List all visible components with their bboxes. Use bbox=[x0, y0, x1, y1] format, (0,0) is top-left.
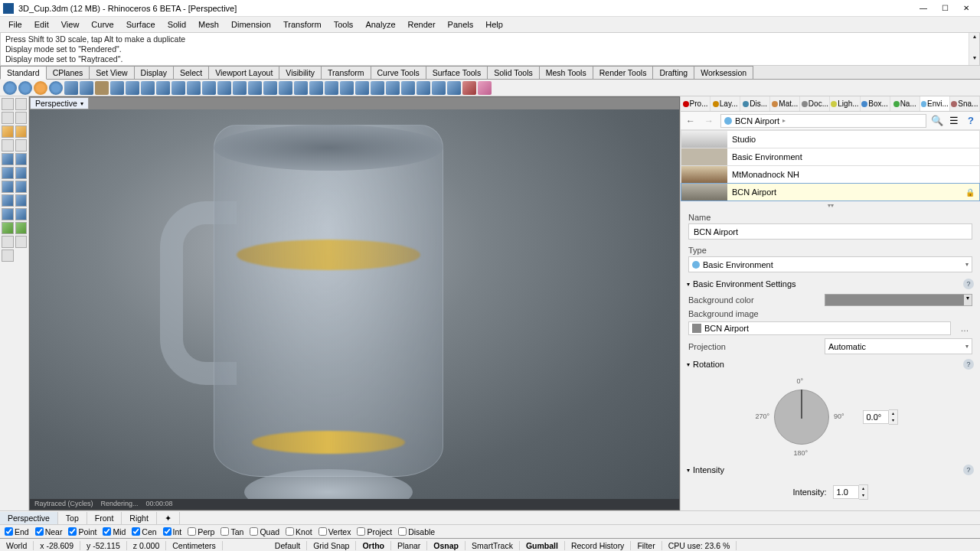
tool-icon[interactable] bbox=[15, 167, 28, 179]
vptab-perspective[interactable]: Perspective bbox=[0, 512, 58, 524]
tool-icon[interactable] bbox=[202, 81, 216, 95]
menu-file[interactable]: File bbox=[3, 18, 28, 31]
environment-item-bcnairport[interactable]: BCN Airport 🔒 bbox=[681, 183, 980, 201]
help-icon[interactable]: ? bbox=[965, 115, 977, 127]
tool-icon[interactable] bbox=[325, 81, 338, 95]
tab-viewportlayout[interactable]: Viewport Layout bbox=[208, 66, 279, 79]
tool-icon[interactable] bbox=[478, 81, 492, 95]
status-cplane[interactable]: World bbox=[0, 541, 34, 550]
maximize-button[interactable]: ☐ bbox=[934, 2, 956, 15]
command-history[interactable]: Press Shift to 3D scale, tap Alt to make… bbox=[0, 32, 980, 66]
tab-drafting[interactable]: Drafting bbox=[652, 66, 694, 79]
tool-icon[interactable] bbox=[15, 112, 28, 124]
tool-icon[interactable] bbox=[15, 126, 28, 138]
bgimage-select[interactable]: BCN Airport bbox=[688, 321, 951, 335]
help-icon[interactable]: ? bbox=[963, 359, 974, 370]
tab-standard[interactable]: Standard bbox=[0, 66, 47, 80]
intensity-spinner[interactable]: ▴▾ bbox=[833, 484, 868, 500]
status-units[interactable]: Centimeters bbox=[166, 541, 223, 550]
menu-dimension[interactable]: Dimension bbox=[226, 18, 276, 31]
menu-render[interactable]: Render bbox=[403, 18, 441, 31]
viewport-label[interactable]: Perspective ▾ bbox=[30, 97, 89, 109]
tab-transform[interactable]: Transform bbox=[321, 66, 371, 79]
panel-tab-materials[interactable]: Mat... bbox=[770, 96, 800, 111]
rotation-spinner[interactable]: ▴▾ bbox=[863, 409, 898, 425]
menu-mesh[interactable]: Mesh bbox=[193, 18, 224, 31]
section-basic-env-settings[interactable]: ▾ Basic Environment Settings ? bbox=[681, 276, 980, 292]
tool-icon[interactable] bbox=[2, 208, 14, 220]
tab-surfacetools[interactable]: Surface Tools bbox=[426, 66, 488, 79]
toggle-filter[interactable]: Filter bbox=[631, 541, 662, 550]
tool-icon[interactable] bbox=[447, 81, 461, 95]
tool-icon[interactable] bbox=[386, 81, 400, 95]
expand-handle[interactable]: ▾▾ bbox=[681, 201, 980, 210]
menu-surface[interactable]: Surface bbox=[121, 18, 161, 31]
tool-icon[interactable] bbox=[187, 81, 201, 95]
type-select[interactable]: Basic Environment ▾ bbox=[688, 256, 972, 272]
tool-icon[interactable] bbox=[279, 81, 292, 95]
tab-display[interactable]: Display bbox=[134, 66, 174, 79]
toggle-smarttrack[interactable]: SmartTrack bbox=[466, 541, 520, 550]
help-icon[interactable]: ? bbox=[963, 465, 974, 475]
tool-icon[interactable] bbox=[15, 194, 28, 207]
panel-tab-boxedit[interactable]: Box... bbox=[861, 96, 890, 111]
tab-worksession[interactable]: Worksession bbox=[694, 66, 753, 79]
osnap-near[interactable]: Near bbox=[35, 527, 63, 536]
tool-icon[interactable] bbox=[126, 81, 139, 95]
tool-icon[interactable] bbox=[2, 236, 14, 248]
spinner-buttons[interactable]: ▴▾ bbox=[859, 484, 868, 500]
viewport[interactable]: Perspective ▾ Raytraced (Cycles) Renderi… bbox=[29, 96, 680, 510]
toggle-gridsnap[interactable]: Grid Snap bbox=[307, 541, 356, 550]
menu-panels[interactable]: Panels bbox=[443, 18, 479, 31]
section-rotation[interactable]: ▾ Rotation ? bbox=[681, 356, 980, 373]
osnap-project[interactable]: Project bbox=[357, 527, 392, 536]
panel-tab-display[interactable]: Dis... bbox=[740, 96, 770, 111]
tool-icon[interactable] bbox=[233, 81, 247, 95]
tool-icon[interactable] bbox=[15, 139, 28, 152]
tab-cplanes[interactable]: CPlanes bbox=[46, 66, 90, 79]
tool-icon[interactable] bbox=[2, 181, 14, 193]
tab-curvetools[interactable]: Curve Tools bbox=[371, 66, 426, 79]
scroll-up-icon[interactable]: ▴ bbox=[969, 33, 980, 44]
tool-icon[interactable] bbox=[309, 81, 323, 95]
tool-icon[interactable] bbox=[156, 81, 170, 95]
scroll-down-icon[interactable]: ▾ bbox=[969, 54, 980, 65]
cmd-scrollbar[interactable]: ▴ ▾ bbox=[969, 33, 979, 65]
tool-icon[interactable] bbox=[15, 153, 28, 165]
menu-solid[interactable]: Solid bbox=[162, 18, 191, 31]
tool-icon[interactable] bbox=[2, 249, 14, 262]
tool-icon[interactable] bbox=[263, 81, 277, 95]
panel-tab-snapshots[interactable]: Sna... bbox=[950, 96, 980, 111]
tool-icon[interactable] bbox=[462, 81, 476, 95]
osnap-mid[interactable]: Mid bbox=[103, 527, 126, 536]
minimize-button[interactable]: — bbox=[913, 2, 934, 15]
panel-tab-environments[interactable]: Envi... bbox=[920, 96, 950, 111]
search-icon[interactable]: 🔍 bbox=[931, 115, 943, 127]
menu-help[interactable]: Help bbox=[480, 18, 508, 31]
tool-icon[interactable] bbox=[432, 81, 446, 95]
osnap-knot[interactable]: Knot bbox=[286, 527, 312, 536]
tool-icon[interactable] bbox=[15, 208, 28, 220]
toggle-osnap[interactable]: Osnap bbox=[427, 541, 466, 550]
osnap-int[interactable]: Int bbox=[163, 527, 182, 536]
tool-icon[interactable] bbox=[2, 153, 14, 165]
tool-icon[interactable] bbox=[2, 126, 14, 138]
panel-tab-docprops[interactable]: Doc... bbox=[800, 96, 830, 111]
close-button[interactable]: ✕ bbox=[956, 2, 977, 15]
viewport-render[interactable] bbox=[30, 109, 679, 499]
osnap-quad[interactable]: Quad bbox=[250, 527, 279, 536]
breadcrumb-path[interactable]: BCN Airport ▸ bbox=[720, 114, 926, 128]
status-layer[interactable]: Default bbox=[269, 541, 307, 550]
osnap-cen[interactable]: Cen bbox=[132, 527, 156, 536]
intensity-input[interactable] bbox=[833, 485, 859, 499]
projection-select[interactable]: Automatic ▾ bbox=[825, 338, 972, 354]
tab-setview[interactable]: Set View bbox=[89, 66, 134, 79]
osnap-perp[interactable]: Perp bbox=[188, 527, 214, 536]
section-intensity[interactable]: ▾ Intensity ? bbox=[681, 461, 980, 478]
tool-icon[interactable] bbox=[15, 236, 28, 248]
rotation-dial[interactable]: 0° 90° 180° 270° bbox=[763, 379, 840, 455]
menu-icon[interactable]: ☰ bbox=[948, 115, 960, 127]
bgcolor-swatch[interactable]: ▾ bbox=[825, 294, 972, 306]
toggle-planar[interactable]: Planar bbox=[391, 541, 427, 550]
tool-icon[interactable] bbox=[49, 81, 63, 95]
